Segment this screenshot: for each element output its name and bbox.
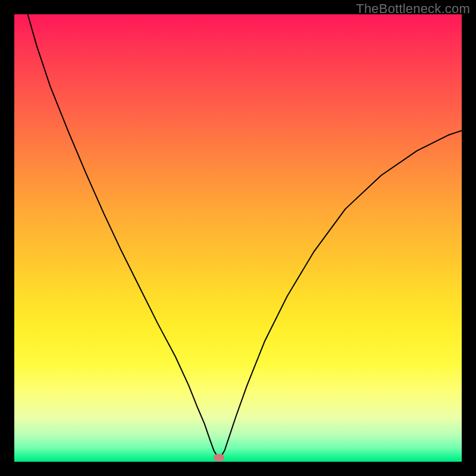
chart-frame: TheBottleneck.com — [0, 0, 476, 476]
curve-svg — [14, 14, 462, 462]
bottleneck-curve — [28, 14, 462, 456]
plot-area — [14, 14, 462, 462]
min-point-marker — [214, 454, 224, 461]
watermark-text: TheBottleneck.com — [356, 1, 470, 17]
